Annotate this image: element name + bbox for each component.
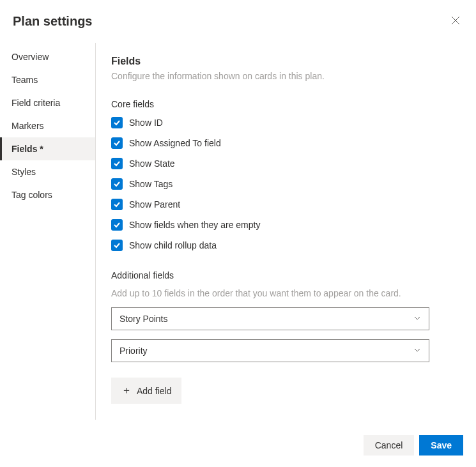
sidebar-item-tag-colors[interactable]: Tag colors [0,183,95,206]
checkbox-show-state[interactable] [111,158,123,169]
close-button[interactable] [448,13,463,30]
checkbox-label: Show Tags [129,179,173,189]
checkbox-label: Show Assigned To field [129,138,221,148]
check-icon [113,119,121,126]
check-icon [113,139,121,147]
checkbox-show-parent[interactable] [111,199,123,210]
checkbox-label: Show Parent [129,199,180,210]
checkbox-label: Show child rollup data [129,240,217,250]
sidebar-item-field-criteria[interactable]: Field criteria [0,91,95,114]
sidebar-item-teams[interactable]: Teams [0,68,95,91]
add-field-label: Add field [137,386,171,396]
core-fields-title: Core fields [111,99,461,109]
additional-fields-title: Additional fields [111,270,461,280]
add-field-button[interactable]: ＋ Add field [111,378,181,404]
close-icon [450,15,461,26]
sidebar: Overview Teams Field criteria Markers Fi… [0,43,96,420]
cancel-button[interactable]: Cancel [364,435,415,456]
checkbox-label: Show State [129,158,175,169]
field-select-priority[interactable]: Priority [111,339,429,362]
checkbox-show-empty-fields[interactable] [111,219,123,231]
section-title: Fields [111,56,461,67]
check-icon [113,201,121,208]
checkbox-show-id[interactable] [111,117,123,128]
checkbox-label: Show fields when they are empty [129,220,260,230]
field-select-story-points[interactable]: Story Points [111,307,429,330]
sidebar-item-fields[interactable]: Fields * [0,137,95,160]
field-select-value: Priority [119,346,148,356]
field-select-value: Story Points [119,314,167,324]
checkbox-label: Show ID [129,118,163,128]
check-icon [113,221,121,229]
save-button[interactable]: Save [419,435,463,456]
sidebar-item-overview[interactable]: Overview [0,45,95,68]
plus-icon: ＋ [121,384,132,397]
checkbox-show-assigned-to[interactable] [111,137,123,149]
sidebar-item-markers[interactable]: Markers [0,114,95,137]
main-panel: Fields Configure the information shown o… [96,43,476,420]
checkbox-show-tags[interactable] [111,178,123,190]
check-icon [113,241,121,249]
sidebar-item-styles[interactable]: Styles [0,160,95,183]
checkbox-show-child-rollup[interactable] [111,240,123,251]
chevron-down-icon [413,346,421,356]
additional-fields-desc: Add up to 10 fields in the order that yo… [111,288,461,298]
check-icon [113,180,121,188]
chevron-down-icon [413,314,421,324]
check-icon [113,160,121,167]
section-description: Configure the information shown on cards… [111,71,461,81]
page-title: Plan settings [13,14,92,29]
